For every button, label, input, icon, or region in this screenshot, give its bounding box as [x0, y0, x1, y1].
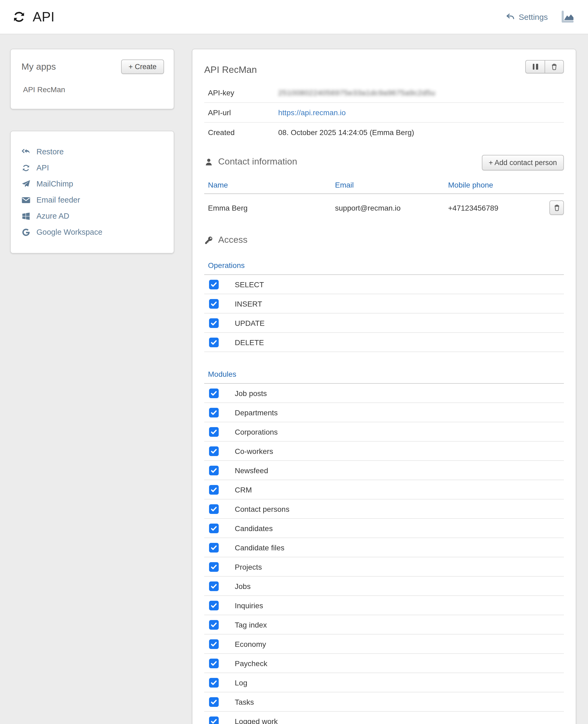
windows-icon	[21, 211, 30, 220]
page-title: API	[33, 9, 55, 25]
sidebar-item-mailchimp[interactable]: MailChimp	[21, 176, 164, 192]
sidebar-item-email-feeder[interactable]: Email feeder	[21, 192, 164, 208]
checkbox-checked-icon	[209, 279, 219, 289]
access-checkbox-row[interactable]: Projects	[204, 557, 564, 577]
api-url-row: API-url https://api.recman.io	[204, 103, 564, 123]
integrations-nav-card: Restore API MailChimp	[10, 131, 174, 254]
created-label: Created	[208, 128, 278, 137]
checkbox-label: Contact persons	[235, 505, 290, 513]
access-checkbox-row[interactable]: Tasks	[204, 693, 564, 712]
access-group-operations: Operations SELECT	[204, 256, 564, 352]
contact-section-header: Contact information + Add contact person	[204, 156, 564, 167]
checkbox-label: DELETE	[235, 338, 264, 346]
access-checkbox-row[interactable]: Corporations	[204, 422, 564, 442]
sidebar-item-google-workspace[interactable]: Google Workspace	[21, 224, 164, 240]
undo-icon	[505, 12, 515, 22]
access-checkbox-row[interactable]: Economy	[204, 635, 564, 654]
add-contact-button[interactable]: + Add contact person	[482, 155, 564, 170]
checkbox-checked-icon	[209, 318, 219, 328]
access-checkbox-row[interactable]: Candidates	[204, 519, 564, 538]
access-checkbox-row[interactable]: Candidate files	[204, 538, 564, 557]
create-button[interactable]: + Create	[121, 60, 164, 74]
paper-plane-icon	[21, 179, 30, 188]
delete-contact-button[interactable]	[549, 200, 564, 215]
access-checkbox-row[interactable]: UPDATE	[204, 314, 564, 333]
access-checkbox-row[interactable]: Logged work	[204, 712, 564, 724]
checkbox-checked-icon	[209, 678, 219, 687]
access-checkbox-row[interactable]: CRM	[204, 480, 564, 499]
checkbox-label: Candidates	[235, 524, 273, 532]
app-list-item[interactable]: API RecMan	[23, 85, 164, 94]
checkbox-checked-icon	[209, 581, 219, 591]
app-title: API RecMan	[204, 60, 257, 76]
api-url-link[interactable]: https://api.recman.io	[278, 108, 346, 117]
app-info: API-key 2510080224056975e33a1dc9a9675a9c…	[204, 83, 564, 142]
sync-icon	[21, 163, 30, 172]
checkbox-checked-icon	[209, 408, 219, 417]
sidebar-item-label: Email feeder	[37, 196, 80, 204]
checkbox-checked-icon	[209, 600, 219, 610]
access-checkbox-row[interactable]: INSERT	[204, 294, 564, 314]
access-checkbox-row[interactable]: Job posts	[204, 384, 564, 403]
sync-icon	[12, 9, 26, 24]
sidebar-item-label: Azure AD	[37, 212, 69, 220]
checkbox-checked-icon	[209, 697, 219, 707]
checkbox-checked-icon	[209, 337, 219, 347]
access-checkbox-row[interactable]: Tag index	[204, 615, 564, 635]
checkbox-checked-icon	[209, 465, 219, 475]
sidebar-item-label: API	[37, 164, 49, 172]
checkbox-label: Paycheck	[235, 659, 267, 667]
access-checkbox-row[interactable]: DELETE	[204, 333, 564, 352]
contact-table-header: Name Email Mobile phone	[204, 176, 564, 194]
person-icon	[204, 157, 213, 166]
checkbox-checked-icon	[209, 427, 219, 436]
access-checkbox-row[interactable]: Jobs	[204, 577, 564, 596]
sidebar-item-azure-ad[interactable]: Azure AD	[21, 208, 164, 224]
contact-email: support@recman.io	[335, 204, 448, 212]
envelope-icon	[21, 195, 30, 205]
checkbox-checked-icon	[209, 446, 219, 456]
pause-button[interactable]	[525, 60, 545, 73]
access-group-modules: Modules Job posts	[204, 365, 564, 724]
created-row: Created 08. October 2025 14:24:05 (Emma …	[204, 123, 564, 142]
checkbox-label: Jobs	[235, 582, 251, 590]
access-section-title: Access	[218, 235, 248, 246]
checkbox-checked-icon	[209, 716, 219, 724]
checkbox-checked-icon	[209, 504, 219, 514]
pause-icon	[532, 64, 538, 70]
area-chart-icon[interactable]	[560, 9, 575, 25]
checkbox-label: UPDATE	[235, 319, 265, 327]
checkbox-label: Economy	[235, 640, 266, 648]
sidebar-item-api[interactable]: API	[21, 160, 164, 176]
access-checkbox-row[interactable]: Log	[204, 673, 564, 693]
checkbox-label: Newsfeed	[235, 466, 268, 474]
checkbox-checked-icon	[209, 620, 219, 630]
my-apps-title: My apps	[21, 61, 56, 72]
access-checkbox-row[interactable]: Departments	[204, 403, 564, 422]
checkbox-label: Tasks	[235, 698, 254, 706]
checkbox-label: Tag index	[235, 620, 267, 629]
delete-app-button[interactable]	[545, 60, 564, 73]
access-checkbox-row[interactable]: Paycheck	[204, 654, 564, 673]
checkbox-label: CRM	[235, 485, 252, 494]
column-mobile-phone: Mobile phone	[448, 180, 542, 189]
contact-section-title: Contact information	[218, 156, 297, 167]
api-key-value-blurred: 2510080224056975e33a1dc9a9675a9c2d5u	[278, 88, 435, 97]
access-checkbox-row[interactable]: Inquiries	[204, 596, 564, 615]
checkbox-label: Candidate files	[235, 543, 285, 552]
checkbox-checked-icon	[209, 523, 219, 533]
checkbox-checked-icon	[209, 388, 219, 398]
group-title: Operations	[204, 256, 564, 275]
access-checkbox-row[interactable]: SELECT	[204, 275, 564, 294]
api-key-label: API-key	[208, 88, 278, 97]
contact-table: Name Email Mobile phone Emma Berg suppor…	[204, 176, 564, 220]
access-checkbox-row[interactable]: Co-workers	[204, 442, 564, 461]
checkbox-label: Job posts	[235, 389, 267, 397]
sidebar-item-restore[interactable]: Restore	[21, 144, 164, 160]
access-checkbox-row[interactable]: Newsfeed	[204, 461, 564, 480]
app-header: API Settings	[0, 0, 588, 34]
trash-icon	[550, 63, 558, 70]
access-checkbox-row[interactable]: Contact persons	[204, 499, 564, 519]
checkbox-checked-icon	[209, 485, 219, 494]
settings-link[interactable]: Settings	[505, 12, 548, 22]
